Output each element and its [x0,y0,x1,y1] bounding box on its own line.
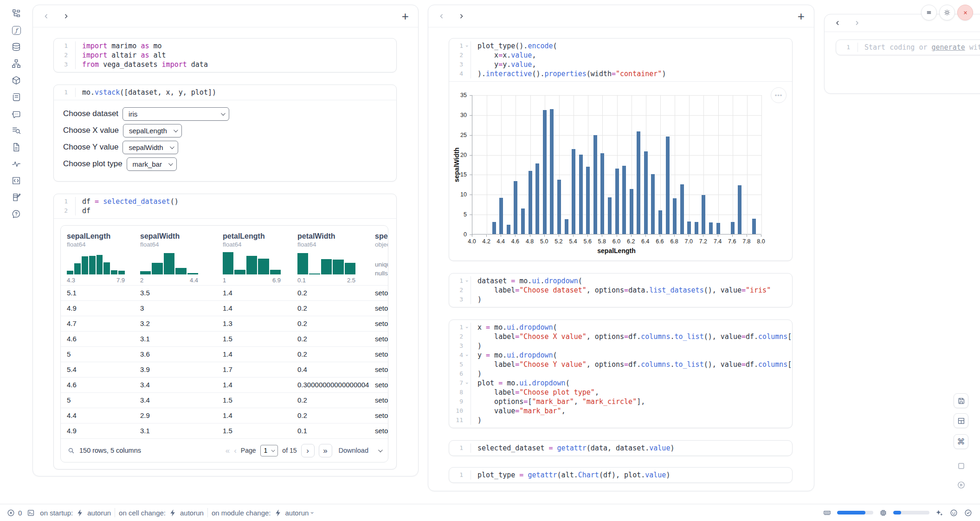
sidebar-help-button[interactable] [9,207,23,221]
last-page-button[interactable]: » [319,444,332,457]
table-column-header[interactable]: petalWidthfloat640.12.5 [291,226,369,285]
table-column-header[interactable]: speciesobjectunique:nulls: [369,226,388,285]
column-back-button[interactable] [42,12,51,20]
connection-status-button[interactable] [964,508,973,517]
code-editor[interactable]: 1df = selected_dataset()2df [54,194,396,218]
sidebar-documentation-button[interactable] [9,140,23,154]
code-text: selected_dataset = getattr(data, dataset… [471,443,792,453]
dropdown-select[interactable]: sepalLength [123,124,182,137]
frame-toggle-button[interactable] [954,458,968,473]
table-cell: 3.5 [134,286,217,300]
table-column-header[interactable]: sepalLengthfloat644.37.9 [61,226,134,285]
table-cell: 1.5 [217,393,291,408]
code-editor[interactable]: 1mo.vstack([dataset, x, y, plot]) [54,85,396,100]
chart-bar [608,197,612,234]
column-histogram [223,252,281,274]
horizontal-gridline [472,155,761,156]
code-line: 9 options=["mark_bar", "mark_circle"], [449,397,792,406]
sidebar-scroll-button[interactable] [9,90,23,104]
code-token: (df), plot. [599,471,645,479]
code-editor[interactable]: 1import marimo as mo2import altair as al… [54,39,396,72]
sidebar-packages-button[interactable] [9,73,23,87]
vertical-gridline [689,95,690,234]
sidebar-logs-button[interactable] [9,124,23,137]
shutdown-button[interactable] [957,5,973,20]
column-forward-button[interactable] [853,19,861,27]
square-outline-icon [957,462,966,470]
x-tick-label: 5.0 [540,238,548,245]
code-token: mo. [490,323,507,332]
sidebar-chat-bot-button[interactable] [9,107,23,121]
sidebar-tracing-button[interactable] [9,157,23,171]
add-cell-button[interactable]: + [798,10,805,22]
sidebar-snippets-button[interactable] [9,174,23,188]
code-text: plot = mo.ui.dropdown( [471,378,792,388]
dropdown-select[interactable]: sepalWidth [122,141,178,154]
page-select[interactable]: 1 [260,445,278,456]
dataframe-cell: 1df = selected_dataset()2df sepalLengthf… [53,194,397,469]
code-text: options=["mark_bar", "mark_circle"], [471,397,792,406]
download-button[interactable]: Download [339,447,382,454]
runtime-config-3[interactable]: on module change:autorun› [212,508,314,517]
save-button[interactable] [954,393,968,408]
code-token: ( [578,277,582,285]
fold-toggle-icon[interactable]: › [463,276,471,286]
dropdown-select[interactable]: mark_bar [127,157,177,171]
settings-button[interactable] [939,5,955,20]
column-histogram [140,252,198,274]
column-back-button[interactable] [438,12,446,20]
sidebar-database-button[interactable] [9,40,23,54]
code-token: (), value [704,332,741,341]
y-tick-label: 10 [455,191,467,198]
code-token: = [612,70,616,78]
chart-actions-button[interactable]: ••• [771,87,787,103]
runtime-config-1[interactable]: on startup:autorun [40,508,111,517]
code-token: ui [519,379,528,387]
new-cell: 1Start coding or generate with AI [836,39,980,55]
previous-page-button[interactable]: ‹ [234,447,237,455]
fold-toggle-icon[interactable]: › [463,41,471,51]
code-editor[interactable]: 1plot_type = getattr(alt.Chart(df), plot… [449,468,792,482]
line-number: 1 [54,41,68,51]
code-editor[interactable]: 1›x = mo.ui.dropdown(2 label="Choose X v… [449,320,792,428]
histogram-bar [345,263,355,274]
sidebar-dependency-graph-button[interactable] [9,57,23,71]
database-icon [11,42,21,52]
column-back-button[interactable] [834,19,842,27]
fold-toggle-icon[interactable]: › [463,323,471,332]
code-editor[interactable]: 1selected_dataset = getattr(data, datase… [449,441,792,456]
code-line: 1import marimo as mo [54,41,396,51]
data-table: sepalLengthfloat644.37.9sepalWidthfloat6… [60,225,388,462]
column-forward-button[interactable] [62,12,70,20]
code-text: ) [471,341,792,351]
layout-view-button[interactable] [954,413,968,428]
table-search-button[interactable] [67,447,75,455]
sidebar-function-button[interactable]: ƒ [9,23,23,37]
menu-button[interactable] [921,5,937,20]
table-column-header[interactable]: petalLengthfloat6416.9 [217,226,291,285]
code-editor[interactable]: 1›dataset = mo.ui.dropdown(2 label="Choo… [449,274,792,307]
copilot-button[interactable] [949,508,958,517]
y-tick-mark [470,234,472,235]
keyboard-shortcuts-button[interactable]: ⌘ [954,434,968,449]
code-editor[interactable]: 1›plot_type().encode(2 x=x.value,3 y=y.v… [449,39,792,81]
terminal-button[interactable] [26,508,35,517]
errors-button[interactable]: 0 [6,508,22,517]
run-all-button[interactable] [954,477,968,492]
next-page-button[interactable]: › [301,444,315,457]
runtime-config-2[interactable]: on cell change:autorun [119,508,204,517]
column-forward-button[interactable] [457,12,465,20]
add-cell-button[interactable]: + [402,10,409,22]
ai-features-button[interactable] [935,508,944,517]
sidebar-scratchpad-button[interactable] [9,190,23,204]
line-number: 1 [449,470,463,480]
sidebar-file-explorer-button[interactable] [9,7,23,20]
dropdown-select[interactable]: iris [122,107,229,121]
fold-toggle-icon[interactable]: › [463,378,471,388]
code-editor-placeholder[interactable]: 1Start coding or generate with AI [836,40,980,55]
code-line: 11) [449,416,792,425]
first-page-button[interactable]: « [226,447,230,455]
table-column-header[interactable]: sepalWidthfloat6424.4 [134,226,217,285]
fold-toggle-icon[interactable]: › [463,351,471,360]
chevron-down-icon: › [309,512,316,514]
